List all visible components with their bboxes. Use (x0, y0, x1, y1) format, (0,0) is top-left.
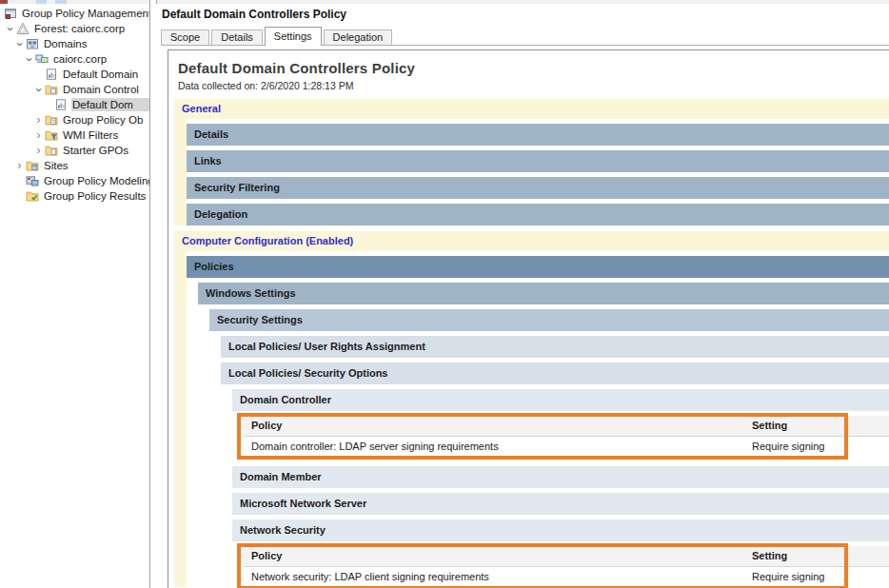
gpo-folder-icon (45, 113, 58, 127)
chevron-collapsed-icon[interactable]: › (32, 145, 45, 157)
chevron-expanded-icon[interactable]: › (4, 23, 16, 35)
tab-strip: Scope Details Settings Delegation (161, 26, 889, 46)
tab-delegation[interactable]: Delegation (324, 29, 393, 45)
table-header-row: Policy Setting (244, 416, 889, 437)
tree-item-domain-controllers-ou[interactable]: › Domain Control (0, 82, 149, 97)
tree-item-label: Default Domain (63, 68, 141, 81)
tree-item-group-policy-management[interactable]: Group Policy Management (0, 6, 149, 21)
band-network-security[interactable]: Network Security (232, 519, 889, 541)
ldap-client-signing-table: Policy Setting Network security: LDAP cl… (244, 546, 889, 587)
policy-cell: Network security: LDAP client signing re… (244, 567, 752, 587)
forest-icon (16, 22, 30, 35)
tree-item-label: Domain Control (63, 83, 142, 96)
band-microsoft-network-server[interactable]: Microsoft Network Server (232, 493, 889, 515)
setting-column-header: Setting (752, 546, 889, 566)
band-security-settings[interactable]: Security Settings (209, 309, 889, 331)
tab-scope[interactable]: Scope (161, 29, 209, 45)
tree-item-group-policy-results[interactable]: › Group Policy Results (0, 188, 149, 204)
gp-results-icon (26, 189, 39, 203)
gpmc-console-icon (4, 7, 17, 20)
section-general-link[interactable]: General (174, 98, 889, 119)
tree-item-label: Group Policy Modeling (44, 174, 149, 187)
tree-item-label: Starter GPOs (63, 144, 131, 157)
starter-gpo-folder-icon (45, 144, 58, 157)
policy-column-header: Policy (244, 416, 752, 436)
chevron-collapsed-icon[interactable]: › (32, 114, 45, 127)
tab-settings[interactable]: Settings (265, 27, 322, 46)
report-title: Default Domain Controllers Policy (178, 60, 889, 76)
tree-item-domain-caiorc[interactable]: › caiorc.corp (0, 51, 149, 67)
tree-item-label: Group Policy Ob (63, 113, 146, 127)
chevron-collapsed-icon[interactable]: › (13, 160, 26, 172)
tree-item-default-domain-controllers-policy[interactable]: › Default Dom (0, 97, 149, 112)
gp-modeling-icon (26, 174, 39, 187)
tree-item-group-policy-modeling[interactable]: › Group Policy Modeling (0, 173, 149, 188)
setting-cell: Require signing (752, 567, 889, 587)
wmi-filter-folder-icon (45, 128, 58, 142)
band-links[interactable]: Links (187, 150, 889, 172)
chevron-expanded-icon[interactable]: › (32, 84, 45, 96)
settings-report: Default Domain Controllers Policy Data c… (168, 49, 889, 588)
chevron-collapsed-icon[interactable]: › (32, 129, 45, 142)
policy-column-header: Policy (244, 546, 752, 566)
band-security-filtering[interactable]: Security Filtering (187, 177, 889, 199)
report-collected-on: Data collected on: 2/6/2020 1:28:13 PM (178, 80, 889, 91)
tree-item-default-domain-policy[interactable]: › Default Domain (0, 67, 149, 82)
tree-item-label: Domains (44, 37, 89, 50)
sites-folder-icon (26, 159, 39, 172)
tree-item-wmi-filters[interactable]: › WMI Filters (0, 127, 149, 143)
chevron-expanded-icon[interactable]: › (23, 53, 35, 66)
table-header-row: Policy Setting (244, 546, 889, 567)
band-domain-controller[interactable]: Domain Controller (232, 389, 889, 411)
results-pane: Default Domain Controllers Policy Scope … (156, 4, 889, 588)
gpo-icon (45, 68, 58, 81)
tree-item-sites[interactable]: › Sites (0, 158, 149, 173)
policy-cell: Domain controller: LDAP server signing r… (244, 437, 752, 457)
setting-cell: Require signing (752, 437, 889, 457)
tree-item-label: WMI Filters (63, 128, 121, 142)
tree-item-label: caiorc.corp (53, 52, 109, 66)
ldap-server-signing-table: Policy Setting Domain controller: LDAP s… (244, 416, 889, 457)
domains-icon (26, 37, 39, 50)
tab-details[interactable]: Details (211, 29, 263, 45)
table-row: Network security: LDAP client signing re… (244, 567, 889, 587)
band-delegation[interactable]: Delegation (187, 204, 889, 225)
band-windows-settings[interactable]: Windows Settings (198, 283, 889, 304)
tree-item-group-policy-objects[interactable]: › Group Policy Ob (0, 112, 149, 127)
band-details[interactable]: Details (187, 124, 889, 146)
selected-tree-item-highlight: Default Dom (71, 98, 149, 111)
band-policies[interactable]: Policies (187, 256, 889, 278)
section-computer-configuration-link[interactable]: Computer Configuration (Enabled) (174, 230, 889, 251)
tree-item-label: Forest: caiorc.corp (34, 22, 128, 35)
tree-item-forest[interactable]: › Forest: caiorc.corp (0, 21, 149, 36)
tree-item-label: Sites (44, 159, 71, 172)
band-security-options[interactable]: Local Policies/ Security Options (221, 363, 889, 384)
band-user-rights-assignment[interactable]: Local Policies/ User Rights Assignment (221, 336, 889, 358)
chevron-expanded-icon[interactable]: › (13, 38, 26, 50)
page-title: Default Domain Controllers Policy (162, 8, 346, 21)
ou-folder-icon (45, 83, 58, 96)
tree-item-label: Default Dom (72, 98, 136, 111)
setting-column-header: Setting (752, 416, 889, 436)
band-domain-member[interactable]: Domain Member (232, 466, 889, 488)
domain-icon (35, 52, 49, 66)
tree-item-domains[interactable]: › Domains (0, 36, 149, 51)
tree-item-starter-gpos[interactable]: › Starter GPOs (0, 143, 149, 158)
console-tree-pane: Group Policy Management › Forest: caiorc… (0, 4, 149, 588)
tree-item-label: Group Policy Management (22, 7, 149, 20)
table-row: Domain controller: LDAP server signing r… (244, 437, 889, 457)
gpo-icon (54, 98, 68, 111)
tree-item-label: Group Policy Results (44, 189, 148, 203)
section-computer-configuration: Computer Configuration (Enabled) Policie… (174, 230, 889, 587)
section-general: General Details Links Security Filtering… (174, 98, 889, 225)
gpmc-window: Group Policy Management › Forest: caiorc… (0, 0, 889, 588)
